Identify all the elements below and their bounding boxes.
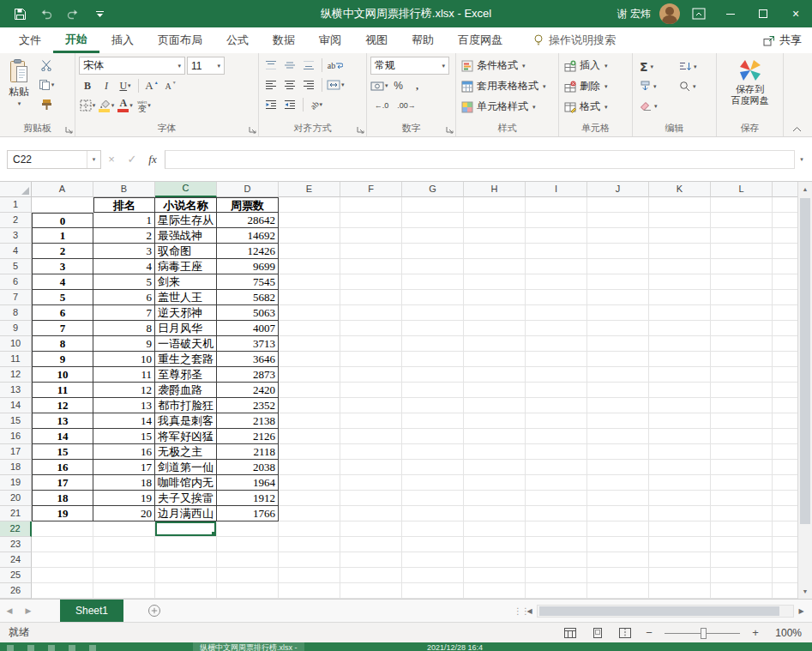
column-header-I[interactable]: I (526, 182, 587, 197)
cell-E6[interactable] (279, 274, 340, 290)
cell-F6[interactable] (340, 274, 402, 290)
cell-B10[interactable]: 9 (93, 336, 155, 352)
cell-A11[interactable]: 9 (32, 352, 93, 367)
cell-K23[interactable] (649, 537, 711, 552)
cell-L15[interactable] (711, 413, 773, 429)
cell-C10[interactable]: 一语破天机 (155, 336, 217, 352)
delete-cells-button[interactable]: 删除 ▾ (562, 77, 629, 95)
row-header-16[interactable]: 16 (0, 429, 32, 444)
cell-J7[interactable] (587, 290, 649, 305)
cell-L25[interactable] (711, 568, 773, 583)
insert-cells-button[interactable]: 插入 ▾ (562, 57, 629, 75)
cell-K8[interactable] (649, 305, 711, 321)
cell-J23[interactable] (587, 537, 649, 552)
cell-L11[interactable] (711, 352, 773, 367)
cell-B23[interactable] (93, 537, 155, 552)
cell-I13[interactable] (526, 383, 587, 398)
ribbon-tab-help[interactable]: 帮助 (400, 27, 446, 53)
cell-overflow10[interactable] (773, 336, 797, 352)
cell-K4[interactable] (649, 244, 711, 259)
cell-F11[interactable] (340, 352, 402, 367)
cell-B1[interactable]: 排名 (93, 197, 155, 213)
cell-A16[interactable]: 14 (32, 429, 93, 444)
cell-C16[interactable]: 将军好凶猛 (155, 429, 217, 444)
cell-G5[interactable] (402, 259, 464, 274)
cell-H5[interactable] (464, 259, 526, 274)
cell-B6[interactable]: 5 (93, 274, 155, 290)
clipboard-dialog-launcher-icon[interactable] (65, 126, 73, 134)
cell-overflow25[interactable] (773, 568, 797, 583)
cell-F25[interactable] (340, 568, 402, 583)
cell-K1[interactable] (649, 197, 711, 213)
format-cells-button[interactable]: 格式 ▾ (562, 98, 629, 116)
borders-button[interactable]: ▾ (79, 97, 96, 114)
cell-A5[interactable]: 3 (32, 259, 93, 274)
column-header-K[interactable]: K (649, 182, 711, 197)
cell-I2[interactable] (526, 213, 587, 228)
cell-D19[interactable]: 1964 (217, 475, 279, 491)
cell-B12[interactable]: 11 (93, 367, 155, 383)
redo-icon[interactable] (65, 6, 81, 21)
cell-L4[interactable] (711, 244, 773, 259)
conditional-formatting-button[interactable]: 条件格式 ▾ (460, 57, 555, 75)
ribbon-tab-insert[interactable]: 插入 (99, 27, 146, 53)
number-dialog-launcher-icon[interactable] (446, 126, 454, 134)
cell-C4[interactable]: 驭命图 (155, 244, 217, 259)
cancel-icon[interactable]: × (101, 150, 122, 169)
cell-B21[interactable]: 20 (93, 506, 155, 521)
cell-G7[interactable] (402, 290, 464, 305)
cell-overflow24[interactable] (773, 552, 797, 568)
cell-B20[interactable]: 19 (93, 491, 155, 506)
cell-H14[interactable] (464, 398, 526, 413)
cell-D6[interactable]: 7545 (217, 274, 279, 290)
cut-button[interactable] (38, 57, 55, 74)
cell-C11[interactable]: 重生之套路 (155, 352, 217, 367)
cell-H2[interactable] (464, 213, 526, 228)
cell-overflow17[interactable] (773, 444, 797, 460)
cell-A8[interactable]: 6 (32, 305, 93, 321)
cell-L13[interactable] (711, 383, 773, 398)
minimize-button[interactable] (714, 0, 747, 27)
cell-H24[interactable] (464, 552, 526, 568)
cell-E22[interactable] (279, 521, 340, 537)
row-header-2[interactable]: 2 (0, 213, 32, 228)
bottom-align-icon[interactable] (300, 57, 317, 74)
cell-K15[interactable] (649, 413, 711, 429)
cell-K17[interactable] (649, 444, 711, 460)
name-box-dropdown-icon[interactable]: ▾ (87, 151, 100, 168)
cell-D4[interactable]: 12426 (217, 244, 279, 259)
zoom-level[interactable]: 100% (771, 627, 802, 639)
center-icon[interactable] (281, 76, 298, 93)
font-dialog-launcher-icon[interactable] (249, 126, 256, 134)
cell-overflow13[interactable] (773, 383, 797, 398)
cell-overflow7[interactable] (773, 290, 797, 305)
cell-G13[interactable] (402, 383, 464, 398)
ribbon-tab-review[interactable]: 审阅 (307, 27, 353, 53)
cell-I20[interactable] (526, 491, 587, 506)
cell-L20[interactable] (711, 491, 773, 506)
cell-A18[interactable]: 16 (32, 460, 93, 475)
cell-C7[interactable]: 盖世人王 (155, 290, 217, 305)
cell-A1[interactable] (32, 197, 93, 213)
vertical-scroll-thumb[interactable] (800, 198, 810, 524)
cell-E3[interactable] (279, 228, 340, 244)
cell-E9[interactable] (279, 321, 340, 336)
cell-F16[interactable] (340, 429, 402, 444)
cell-G9[interactable] (402, 321, 464, 336)
cell-C2[interactable]: 星际生存从 (155, 213, 217, 228)
row-header-22[interactable]: 22 (0, 521, 32, 537)
cell-I21[interactable] (526, 506, 587, 521)
cell-E17[interactable] (279, 444, 340, 460)
row-header-20[interactable]: 20 (0, 491, 32, 506)
cell-D7[interactable]: 5682 (217, 290, 279, 305)
row-header-25[interactable]: 25 (0, 568, 32, 583)
cell-H19[interactable] (464, 475, 526, 491)
cell-A3[interactable]: 1 (32, 228, 93, 244)
cell-C12[interactable]: 至尊邪圣 (155, 367, 217, 383)
cell-G17[interactable] (402, 444, 464, 460)
cell-F3[interactable] (340, 228, 402, 244)
cell-E5[interactable] (279, 259, 340, 274)
sheet-tab-sheet1[interactable]: Sheet1 (60, 600, 123, 622)
cell-K12[interactable] (649, 367, 711, 383)
cell-E19[interactable] (279, 475, 340, 491)
